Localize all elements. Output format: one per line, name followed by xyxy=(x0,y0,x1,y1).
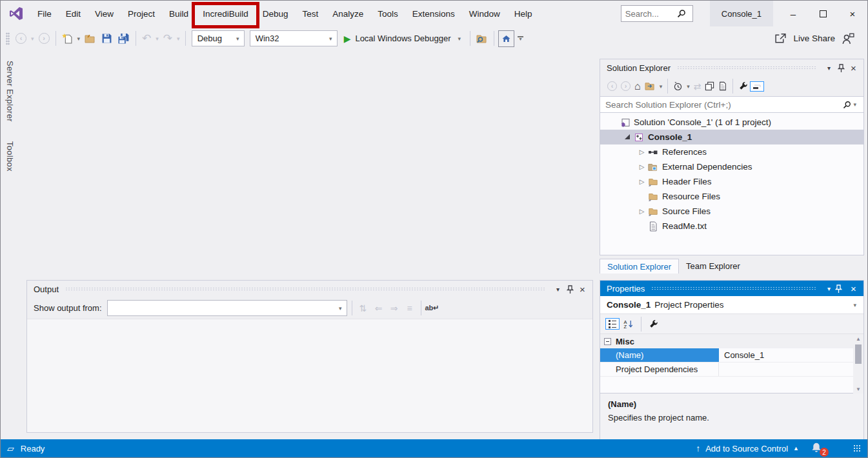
feedback-person-icon[interactable] xyxy=(842,33,854,45)
navigate-back-button[interactable]: ‹ xyxy=(14,30,28,47)
tree-row-readme-txt[interactable]: ReadMe.txt xyxy=(600,219,863,234)
menu-item-file[interactable]: File xyxy=(30,1,59,26)
tree-row-references[interactable]: ▷References xyxy=(600,144,863,159)
solution-explorer-close-icon[interactable]: × xyxy=(847,62,860,74)
menu-item-edit[interactable]: Edit xyxy=(59,1,88,26)
collapsed-arrow-icon[interactable]: ▷ xyxy=(636,148,647,155)
output-panel-grip[interactable] xyxy=(65,287,545,291)
scroll-up-icon[interactable]: ▲ xyxy=(856,334,861,343)
side-tab-server-explorer[interactable]: Server Explorer xyxy=(5,58,15,124)
properties-close-icon[interactable]: × xyxy=(847,283,860,294)
menu-item-tools[interactable]: Tools xyxy=(370,1,405,26)
menu-item-analyze[interactable]: Analyze xyxy=(325,1,370,26)
save-button[interactable] xyxy=(99,30,114,47)
close-button[interactable]: × xyxy=(838,1,867,26)
category-row[interactable]: Misc xyxy=(600,334,863,348)
solution-explorer-grip[interactable] xyxy=(677,66,816,70)
tree-row-source-files[interactable]: ▷Source Files xyxy=(600,204,863,219)
collapsed-arrow-icon[interactable]: ▷ xyxy=(636,208,647,215)
resize-grip[interactable] xyxy=(853,444,861,452)
sync-with-active-document-icon[interactable]: ⇄ xyxy=(692,78,703,95)
output-panel-header[interactable]: Output ▾ × xyxy=(27,281,592,297)
save-all-button[interactable] xyxy=(116,30,132,47)
properties-grip[interactable] xyxy=(651,286,816,290)
menu-item-view[interactable]: View xyxy=(88,1,121,26)
dock-tab-team-explorer[interactable]: Team Explorer xyxy=(679,259,747,274)
undo-dropdown[interactable]: ▾ xyxy=(154,35,161,42)
tree-row-solution-console-1-1-of-1-project[interactable]: Solution 'Console_1' (1 of 1 project) xyxy=(600,115,863,130)
solution-explorer-search[interactable]: ▾ xyxy=(600,96,863,113)
collapsed-arrow-icon[interactable]: ▷ xyxy=(636,163,647,170)
property-name[interactable]: Project Dependencies xyxy=(600,363,719,376)
menu-item-extensions[interactable]: Extensions xyxy=(405,1,462,26)
output-window-position-caret[interactable]: ▾ xyxy=(552,283,564,295)
menu-item-window[interactable]: Window xyxy=(462,1,507,26)
tree-row-console-1[interactable]: Console_1 xyxy=(600,130,863,144)
categorized-button[interactable] xyxy=(605,318,620,330)
pending-changes-filter-button[interactable] xyxy=(672,78,684,95)
expanded-arrow-icon[interactable] xyxy=(625,134,630,139)
undo-button[interactable]: ↶ xyxy=(140,30,153,47)
start-debugging-dropdown[interactable]: ▾ xyxy=(456,35,463,42)
add-to-source-control-button[interactable]: ↑ Add to Source Control ▲ xyxy=(696,443,799,453)
menu-item-test[interactable]: Test xyxy=(295,1,325,26)
open-file-button[interactable] xyxy=(83,30,98,47)
switch-views-button[interactable] xyxy=(643,78,657,95)
se-forward-button[interactable]: › xyxy=(620,78,632,95)
menu-item-project[interactable]: Project xyxy=(121,1,162,26)
menu-item-help[interactable]: Help xyxy=(507,1,540,26)
properties-position-caret[interactable]: ▾ xyxy=(823,285,835,292)
pending-changes-filter-caret[interactable]: ▾ xyxy=(685,83,692,90)
property-value[interactable]: Console_1 xyxy=(719,350,863,360)
show-all-files-icon[interactable] xyxy=(717,78,729,95)
new-project-button[interactable] xyxy=(60,30,75,47)
se-back-button[interactable]: ‹ xyxy=(606,78,618,95)
toolbar-overflow-button[interactable]: ▾ xyxy=(516,30,525,47)
properties-object-combo[interactable]: Console_1 Project Properties ▾ xyxy=(600,296,863,314)
find-in-files-button[interactable] xyxy=(474,30,490,47)
side-tab-toolbox[interactable]: Toolbox xyxy=(5,139,15,174)
solution-explorer-pin-icon[interactable] xyxy=(835,62,847,74)
properties-scrollbar[interactable]: ▲ ▼ xyxy=(853,334,863,393)
next-message-icon[interactable]: ⇒ xyxy=(387,303,402,314)
output-content[interactable] xyxy=(27,319,592,432)
minimize-button[interactable]: – xyxy=(778,1,808,26)
scroll-down-icon[interactable]: ▼ xyxy=(856,384,861,393)
properties-wrench-icon[interactable] xyxy=(737,78,749,95)
new-project-dropdown[interactable]: ▾ xyxy=(76,35,83,42)
property-row-name[interactable]: (Name)Console_1 xyxy=(600,348,863,363)
solution-explorer-header[interactable]: Solution Explorer ▾ × xyxy=(600,59,863,76)
platform-combo[interactable]: Win32 ▾ xyxy=(250,30,338,46)
clear-all-icon[interactable]: ≡ xyxy=(402,303,418,314)
solution-explorer-search-input[interactable] xyxy=(605,100,843,110)
toolbar-grip[interactable] xyxy=(6,32,10,45)
output-pin-icon[interactable] xyxy=(564,283,576,295)
maximize-button[interactable] xyxy=(808,1,838,26)
navigate-forward-button[interactable]: › xyxy=(37,30,52,47)
scroll-thumb[interactable] xyxy=(855,344,862,364)
property-pages-wrench-icon[interactable] xyxy=(647,315,660,332)
solution-explorer-position-caret[interactable]: ▾ xyxy=(823,62,835,74)
dock-tab-solution-explorer[interactable]: Solution Explorer xyxy=(600,259,679,274)
properties-header[interactable]: Properties ▾ × xyxy=(600,281,863,296)
output-close-icon[interactable]: × xyxy=(576,283,589,295)
preview-selected-items-icon[interactable] xyxy=(703,78,716,95)
alphabetical-sort-button[interactable]: AZ xyxy=(621,315,636,332)
configuration-combo[interactable]: Debug ▾ xyxy=(192,30,245,46)
se-home-icon[interactable]: ⌂ xyxy=(633,78,642,95)
switch-views-caret[interactable]: ▾ xyxy=(658,83,665,90)
collapse-category-icon[interactable] xyxy=(604,338,611,345)
quick-search-box[interactable] xyxy=(621,5,693,22)
se-search-caret-icon[interactable]: ▾ xyxy=(851,101,858,108)
word-wrap-icon[interactable]: ab↵ xyxy=(425,304,440,312)
notifications-button[interactable]: 2 xyxy=(811,442,825,455)
tree-row-resource-files[interactable]: Resource Files xyxy=(600,189,863,204)
properties-pin-icon[interactable] xyxy=(835,284,847,293)
menu-item-incredibuild[interactable]: IncrediBuild xyxy=(196,1,256,26)
menu-item-debug[interactable]: Debug xyxy=(256,1,296,26)
property-row-project-dependencies[interactable]: Project Dependencies xyxy=(600,363,863,377)
tree-row-external-dependencies[interactable]: ▷External Dependencies xyxy=(600,159,863,174)
tree-row-header-files[interactable]: ▷Header Files xyxy=(600,174,863,189)
navigate-back-dropdown[interactable]: ▾ xyxy=(29,35,36,42)
collapsed-arrow-icon[interactable]: ▷ xyxy=(636,178,647,185)
